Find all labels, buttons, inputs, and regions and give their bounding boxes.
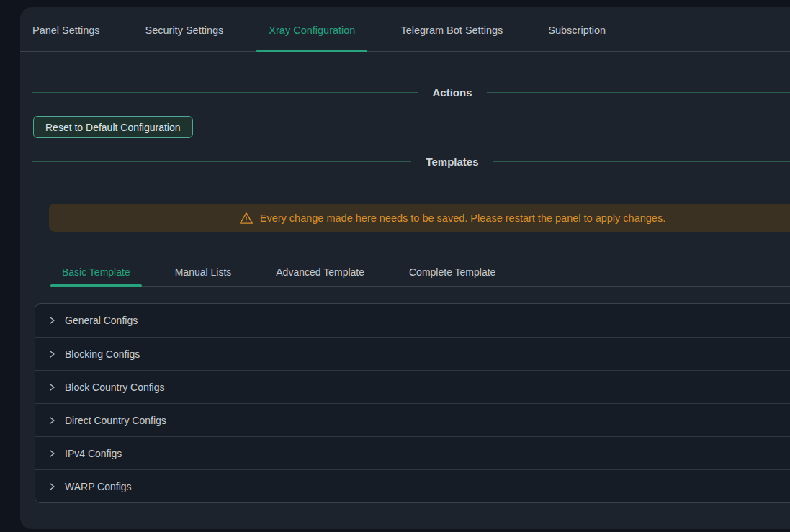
collapse-item-label: Block Country Configs [65,382,165,393]
chevron-right-icon [48,449,56,458]
collapse-item-direct-country-configs[interactable]: Direct Country Configs [35,403,790,436]
chevron-right-icon [48,482,56,491]
chevron-right-icon [48,350,56,359]
collapse-item-label: Direct Country Configs [65,415,166,426]
tab-advanced-template[interactable]: Advanced Template [264,257,376,287]
template-collapse-list: General Configs Blocking Configs Block C… [35,303,790,503]
page: Panel Settings Security Settings Xray Co… [0,0,790,532]
collapse-item-label: WARP Configs [65,481,132,492]
collapse-item-label: General Configs [65,315,138,326]
chevron-right-icon [48,316,56,325]
actions-divider: Actions [32,86,790,99]
tab-manual-lists[interactable]: Manual Lists [163,257,243,287]
collapse-item-label: IPv4 Configs [65,448,122,459]
tab-security-settings[interactable]: Security Settings [133,7,236,52]
tab-subscription[interactable]: Subscription [536,7,618,52]
tab-panel-settings[interactable]: Panel Settings [20,7,112,52]
tab-complete-template[interactable]: Complete Template [398,257,507,287]
template-tab-bar: Basic Template Manual Lists Advanced Tem… [50,257,790,287]
tab-telegram-bot-settings[interactable]: Telegram Bot Settings [388,7,515,52]
chevron-right-icon [48,416,56,425]
collapse-item-label: Blocking Configs [65,348,140,360]
actions-divider-label: Actions [433,86,472,99]
collapse-item-block-country-configs[interactable]: Block Country Configs [35,370,790,403]
reset-to-default-button[interactable]: Reset to Default Configuration [33,116,193,138]
settings-card: Panel Settings Security Settings Xray Co… [20,7,790,529]
main-tab-bar: Panel Settings Security Settings Xray Co… [20,7,790,52]
warning-text: Every change made here needs to be saved… [260,212,665,224]
chevron-right-icon [48,383,56,392]
templates-divider: Templates [32,155,790,168]
tab-basic-template[interactable]: Basic Template [50,257,142,287]
warning-triangle-icon [239,211,253,225]
tab-xray-configuration[interactable]: Xray Configuration [256,7,367,52]
collapse-item-blocking-configs[interactable]: Blocking Configs [35,337,790,370]
collapse-item-warp-configs[interactable]: WARP Configs [35,469,790,502]
warning-banner: Every change made here needs to be saved… [49,204,790,232]
templates-divider-label: Templates [426,155,478,168]
collapse-item-general-configs[interactable]: General Configs [35,304,790,337]
collapse-item-ipv4-configs[interactable]: IPv4 Configs [35,436,790,469]
